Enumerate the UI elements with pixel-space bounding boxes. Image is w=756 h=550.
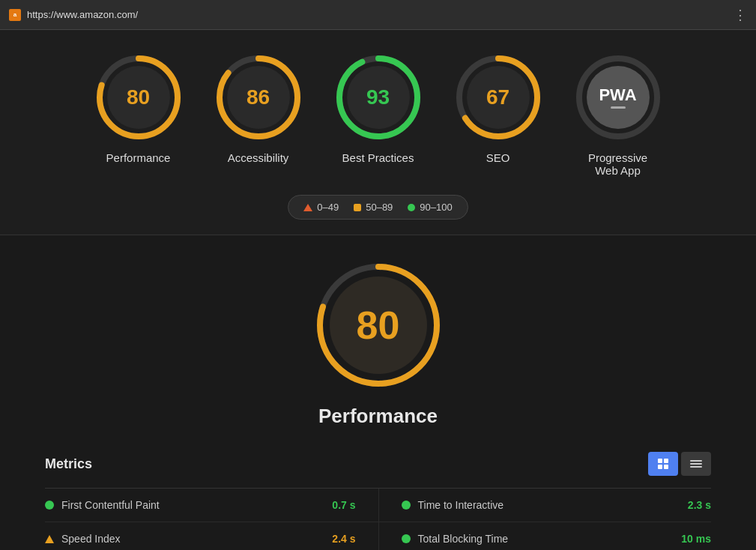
list-icon [690,460,702,468]
circle-seo: 67 [453,52,543,142]
large-score-value: 80 [357,303,400,348]
metric-row-si: Speed Index 2.4 s [45,522,378,550]
circle-best-practices: 93 [333,52,423,142]
legend-inner: 0–49 50–89 90–100 [288,195,468,220]
score-label-accessibility: Accessibility [228,151,289,164]
browser-url: https://www.amazon.com/ [27,9,138,20]
circle-inner-seo: 67 [467,66,530,129]
circle-inner-pwa: PWA [587,66,650,129]
metric-value-si: 2.4 s [332,533,355,545]
metrics-grid: First Contentful Paint 0.7 s Time to Int… [45,488,711,550]
browser-menu-icon[interactable]: ⋮ [734,7,747,23]
pwa-dash [611,106,626,109]
large-circle-inner: 80 [330,276,427,374]
browser-bar: a https://www.amazon.com/ ⋮ [0,0,756,30]
circle-performance: 80 [94,52,184,142]
score-item-performance[interactable]: 80 Performance [94,52,184,164]
metrics-section: Metrics [45,452,711,550]
legend-avg: 50–89 [354,202,393,213]
legend-good: 90–100 [408,202,452,213]
legend-fail: 0–49 [303,202,339,213]
score-value-accessibility: 86 [247,85,270,109]
indicator-tbt [402,534,411,543]
score-item-accessibility[interactable]: 86 Accessibility [214,52,303,164]
pwa-icon: PWA [599,87,636,103]
score-value-best-practices: 93 [366,85,390,109]
indicator-si [45,535,54,543]
legend-good-label: 90–100 [420,202,452,213]
metric-row-tbt: Total Blocking Time 10 ms [378,522,712,550]
circle-inner-performance: 80 [107,66,170,129]
score-label-best-practices: Best Practices [342,151,414,164]
indicator-tti [402,501,411,510]
view-toggle [648,452,711,476]
large-circle: 80 [311,258,446,393]
metric-name-fcp: First Contentful Paint [61,499,324,511]
metric-name-si: Speed Index [61,533,324,545]
score-label-pwa: ProgressiveWeb App [588,151,647,177]
metric-value-tbt: 10 ms [681,533,711,545]
browser-favicon: a [9,9,21,21]
top-section: 80 Performance 86 Accessibility [0,30,756,235]
score-item-best-practices[interactable]: 93 Best Practices [333,52,423,164]
legend-avg-icon [354,204,361,211]
legend: 0–49 50–89 90–100 [15,195,741,220]
circle-accessibility: 86 [214,52,303,142]
metric-value-fcp: 0.7 s [332,499,355,511]
metric-row-tti: Time to Interactive 2.3 s [378,489,712,522]
browser-url-area: a https://www.amazon.com/ [9,9,138,21]
legend-avg-label: 50–89 [366,202,393,213]
score-item-seo[interactable]: 67 SEO [453,52,543,164]
metric-name-tti: Time to Interactive [418,499,680,511]
metrics-header: Metrics [45,452,711,476]
score-label-performance: Performance [106,151,171,164]
grid-icon [658,459,668,469]
metric-row-fcp: First Contentful Paint 0.7 s [45,489,378,522]
score-value-performance: 80 [127,85,150,109]
toggle-list-button[interactable] [681,452,711,476]
legend-good-icon [408,204,415,211]
toggle-grid-button[interactable] [648,452,678,476]
metrics-title: Metrics [45,456,92,472]
legend-fail-icon [303,204,312,211]
legend-fail-label: 0–49 [317,202,339,213]
score-label-seo: SEO [486,151,510,164]
large-score-section: 80 Performance [45,258,711,428]
large-score-label: Performance [318,405,438,428]
circle-inner-best-practices: 93 [347,66,410,129]
metric-value-tti: 2.3 s [688,499,711,511]
circle-pwa: PWA [573,52,663,142]
circle-inner-accessibility: 86 [227,66,290,129]
scores-row: 80 Performance 86 Accessibility [15,52,741,177]
score-item-pwa[interactable]: PWA ProgressiveWeb App [573,52,663,177]
indicator-fcp [45,501,54,510]
score-value-seo: 67 [486,85,509,109]
metric-name-tbt: Total Blocking Time [418,533,674,545]
main-content: 80 Performance Metrics [0,235,756,550]
